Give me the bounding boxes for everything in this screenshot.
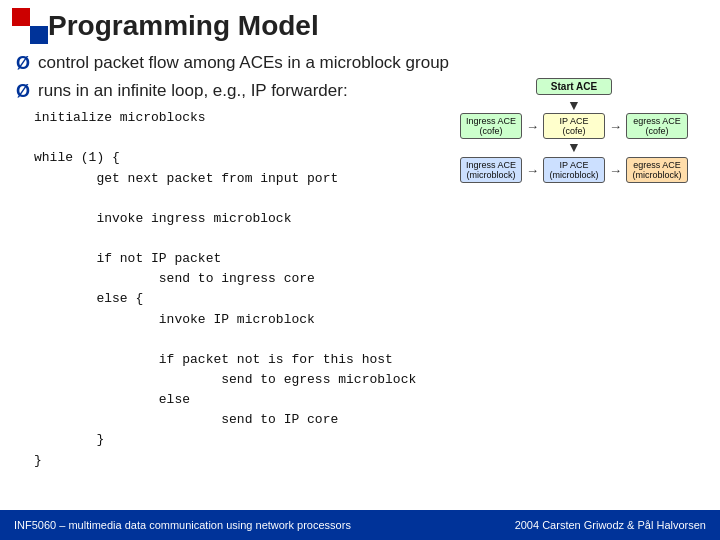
diagram-box-ip-cofe: IP ACE (cofe) (543, 113, 605, 139)
diag-ip-mb-line2: (microblock) (550, 170, 599, 180)
logo-blue-square (30, 26, 48, 44)
diag-ingress-cofe-line1: Ingress ACE (466, 116, 516, 126)
diagram-arrow-down-2: ▼ (567, 140, 581, 154)
footer-left-text: INF5060 – multimedia data communication … (14, 519, 351, 531)
diagram-arrow-h1: → (526, 120, 539, 133)
diagram-arrow-down-1: ▼ (567, 98, 581, 112)
logo-red-square (12, 8, 30, 26)
diagram-arrow-h2: → (609, 120, 622, 133)
diag-ingress-mb-line1: Ingress ACE (466, 160, 516, 170)
diagram-box-egress-microblock: egress ACE (microblock) (626, 157, 688, 183)
bullet-2-section: Ø runs in an infinite loop, e.g., IP for… (16, 80, 436, 102)
diagram-row2: Ingress ACE (microblock) → IP ACE (micro… (460, 157, 688, 183)
diag-egress-mb-line1: egress ACE (633, 160, 681, 170)
diag-egress-cofe-line1: egress ACE (633, 116, 681, 126)
diagram-box-ingress-cofe: Ingress ACE (cofe) (460, 113, 522, 139)
diag-ip-cofe-line2: (cofe) (563, 126, 586, 136)
diagram-box-ingress-microblock: Ingress ACE (microblock) (460, 157, 522, 183)
diagram-arrow-h4: → (609, 164, 622, 177)
diag-egress-mb-line2: (microblock) (633, 170, 682, 180)
bullet-2-text: runs in an infinite loop, e.g., IP forwa… (38, 80, 348, 102)
page-title: Programming Model (48, 10, 319, 42)
logo (12, 8, 48, 44)
bullet-1-marker: Ø (16, 53, 30, 74)
diag-ingress-cofe-line2: (cofe) (479, 126, 502, 136)
code-block: initialize microblocks while (1) { get n… (34, 108, 436, 471)
diagram-box-ip-microblock: IP ACE (microblock) (543, 157, 605, 183)
diagram-layout: Start ACE ▼ Ingress ACE (cofe) → IP ACE … (444, 78, 704, 183)
diagram-box-egress-cofe: egress ACE (cofe) (626, 113, 688, 139)
bullet-1-section: Ø control packet flow among ACEs in a mi… (16, 52, 704, 74)
bullet-1-text: control packet flow among ACEs in a micr… (38, 52, 449, 74)
footer-right-text: 2004 Carsten Griwodz & Pål Halvorsen (515, 519, 706, 531)
diag-egress-cofe-line2: (cofe) (646, 126, 669, 136)
diagram-row1: Ingress ACE (cofe) → IP ACE (cofe) → egr… (460, 113, 688, 139)
diagram-start-box: Start ACE (536, 78, 612, 95)
bullet-2-marker: Ø (16, 81, 30, 102)
diagram-arrow-h3: → (526, 164, 539, 177)
main-content: Ø control packet flow among ACEs in a mi… (0, 48, 720, 475)
header: Programming Model (0, 0, 720, 48)
footer: INF5060 – multimedia data communication … (0, 510, 720, 540)
diag-ip-mb-line1: IP ACE (560, 160, 589, 170)
diag-ip-cofe-line1: IP ACE (560, 116, 589, 126)
diag-ingress-mb-line2: (microblock) (466, 170, 515, 180)
diagram: Start ACE ▼ Ingress ACE (cofe) → IP ACE … (444, 78, 704, 183)
